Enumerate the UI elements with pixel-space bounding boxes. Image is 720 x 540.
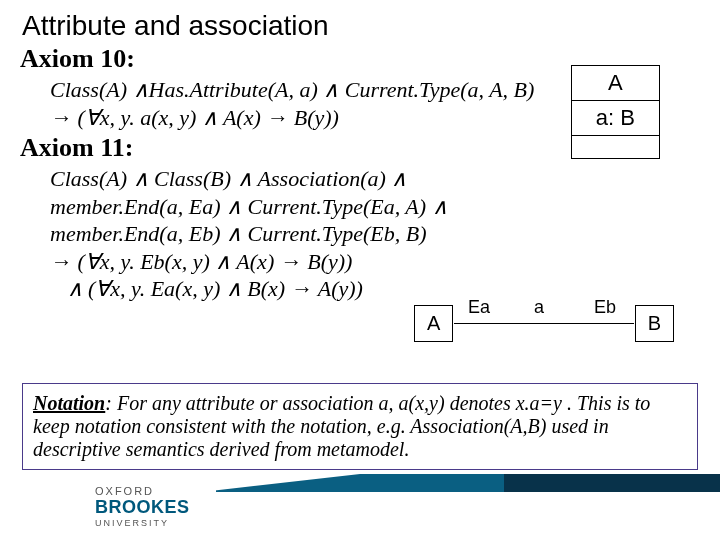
slide-title: Attribute and association (0, 0, 720, 42)
assoc-ea-label: Ea (468, 297, 490, 318)
logo-line3: UNIVERSITY (95, 518, 190, 528)
class-box-empty (571, 136, 659, 159)
assoc-class-b: B (635, 305, 674, 342)
assoc-class-a: A (414, 305, 453, 342)
logo-line1: OXFORD (95, 485, 190, 497)
class-box-table: A a: B (571, 65, 660, 159)
axiom11-line3: member.End(a, Eb) ∧ Current.Type(Eb, B) (50, 220, 720, 248)
slide: Attribute and association Axiom 10: Clas… (0, 0, 720, 540)
notation-text: Notation: For any attribute or associati… (33, 392, 650, 460)
logo-line2: BROOKES (95, 497, 190, 518)
assoc-line (454, 323, 634, 324)
axiom11-line1: Class(A) ∧ Class(B) ∧ Association(a) ∧ (50, 165, 720, 193)
brookes-logo: OXFORD BROOKES UNIVERSITY (95, 485, 190, 528)
notation-box: Notation: For any attribute or associati… (22, 383, 698, 470)
association-diagram: A B Ea a Eb (414, 297, 674, 347)
assoc-a-label: a (534, 297, 544, 318)
class-box-name: A (571, 66, 659, 101)
assoc-eb-label: Eb (594, 297, 616, 318)
axiom11-line4: → (∀x, y. Eb(x, y) ∧ A(x) → B(y)) (50, 248, 720, 276)
axiom11-line2: member.End(a, Ea) ∧ Current.Type(Ea, A) … (50, 193, 720, 221)
class-box-attr: a: B (571, 101, 659, 136)
